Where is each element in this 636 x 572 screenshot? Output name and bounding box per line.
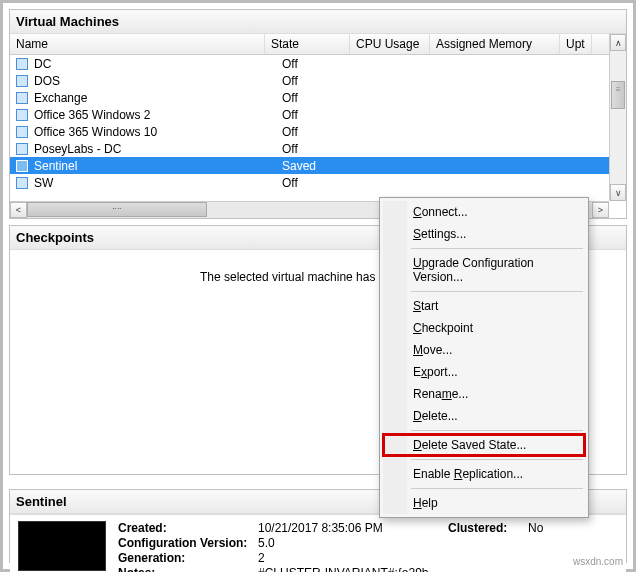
vm-properties: Created: 10/21/2017 8:35:06 PM Clustered… bbox=[118, 521, 543, 572]
vm-icon bbox=[16, 92, 28, 104]
ctx-item[interactable]: Delete... bbox=[383, 405, 585, 427]
vm-name-cell: PoseyLabs - DC bbox=[34, 142, 282, 156]
vm-thumbnail bbox=[18, 521, 106, 571]
ctx-item[interactable]: Move... bbox=[383, 339, 585, 361]
config-value: 5.0 bbox=[258, 536, 448, 550]
scroll-right-button[interactable]: > bbox=[592, 202, 609, 218]
vertical-scrollbar[interactable]: ∧ ≡ ∨ bbox=[609, 34, 626, 201]
vscroll-thumb[interactable]: ≡ bbox=[611, 81, 625, 109]
ctx-item[interactable]: Upgrade Configuration Version... bbox=[383, 252, 585, 288]
vm-state-cell: Off bbox=[282, 108, 367, 122]
vm-name-cell: Sentinel bbox=[34, 159, 282, 173]
gen-value: 2 bbox=[258, 551, 448, 565]
vm-row[interactable]: PoseyLabs - DCOff bbox=[10, 140, 626, 157]
vm-grid: Name State CPU Usage Assigned Memory Upt… bbox=[10, 34, 626, 218]
clustered-value: No bbox=[528, 521, 543, 535]
ctx-separator bbox=[411, 488, 583, 489]
vm-row[interactable]: DCOff bbox=[10, 55, 626, 72]
vm-row[interactable]: Office 365 Windows 10Off bbox=[10, 123, 626, 140]
hscroll-thumb[interactable]: ᠁ bbox=[27, 202, 207, 217]
vm-row[interactable]: SentinelSaved bbox=[10, 157, 626, 174]
gen-label: Generation: bbox=[118, 551, 258, 565]
col-mem[interactable]: Assigned Memory bbox=[430, 34, 560, 54]
vm-icon bbox=[16, 143, 28, 155]
scroll-left-button[interactable]: < bbox=[10, 202, 27, 218]
vm-row[interactable]: ExchangeOff bbox=[10, 89, 626, 106]
scroll-down-button[interactable]: ∨ bbox=[610, 184, 626, 201]
ctx-item[interactable]: Rename... bbox=[383, 383, 585, 405]
clustered-label: Clustered: bbox=[448, 521, 528, 535]
vm-name-cell: SW bbox=[34, 176, 282, 190]
vm-icon bbox=[16, 58, 28, 70]
vm-row[interactable]: DOSOff bbox=[10, 72, 626, 89]
vm-rows: DCOffDOSOffExchangeOffOffice 365 Windows… bbox=[10, 55, 626, 191]
created-label: Created: bbox=[118, 521, 258, 535]
checkpoints-empty-msg: The selected virtual machine has bbox=[200, 270, 375, 284]
ctx-item[interactable]: Export... bbox=[383, 361, 585, 383]
notes-label: Notes: bbox=[118, 566, 258, 572]
col-upt[interactable]: Upt bbox=[560, 34, 592, 54]
ctx-item[interactable]: Enable Replication... bbox=[383, 463, 585, 485]
vm-icon bbox=[16, 160, 28, 172]
ctx-item[interactable]: Settings... bbox=[383, 223, 585, 245]
config-label: Configuration Version: bbox=[118, 536, 258, 550]
vm-name-cell: Office 365 Windows 2 bbox=[34, 108, 282, 122]
vm-state-cell: Off bbox=[282, 91, 367, 105]
ctx-separator bbox=[411, 430, 583, 431]
virtual-machines-pane: Virtual Machines Name State CPU Usage As… bbox=[9, 9, 627, 219]
vm-icon bbox=[16, 177, 28, 189]
vm-icon bbox=[16, 75, 28, 87]
col-name[interactable]: Name bbox=[10, 34, 265, 54]
vm-state-cell: Off bbox=[282, 57, 367, 71]
ctx-separator bbox=[411, 459, 583, 460]
scroll-up-button[interactable]: ∧ bbox=[610, 34, 626, 51]
notes-value: #CLUSTER-INVARIANT#:{e29b bbox=[258, 566, 448, 572]
vm-state-cell: Off bbox=[282, 142, 367, 156]
vm-row[interactable]: SWOff bbox=[10, 174, 626, 191]
column-headers[interactable]: Name State CPU Usage Assigned Memory Upt bbox=[10, 34, 626, 55]
ctx-separator bbox=[411, 248, 583, 249]
vm-name-cell: Office 365 Windows 10 bbox=[34, 125, 282, 139]
vm-name-cell: Exchange bbox=[34, 91, 282, 105]
vm-name-cell: DOS bbox=[34, 74, 282, 88]
vm-name-cell: DC bbox=[34, 57, 282, 71]
vm-icon bbox=[16, 109, 28, 121]
ctx-item[interactable]: Checkpoint bbox=[383, 317, 585, 339]
vm-row[interactable]: Office 365 Windows 2Off bbox=[10, 106, 626, 123]
ctx-item[interactable]: Connect... bbox=[383, 201, 585, 223]
col-cpu[interactable]: CPU Usage bbox=[350, 34, 430, 54]
vm-state-cell: Off bbox=[282, 176, 367, 190]
ctx-item[interactable]: Start bbox=[383, 295, 585, 317]
watermark-url: wsxdn.com bbox=[573, 556, 623, 567]
vm-state-cell: Saved bbox=[282, 159, 367, 173]
vm-icon bbox=[16, 126, 28, 138]
vm-context-menu[interactable]: Connect...Settings...Upgrade Configurati… bbox=[379, 197, 589, 518]
vm-state-cell: Off bbox=[282, 74, 367, 88]
created-value: 10/21/2017 8:35:06 PM bbox=[258, 521, 448, 535]
vm-state-cell: Off bbox=[282, 125, 367, 139]
ctx-item[interactable]: Help bbox=[383, 492, 585, 514]
col-state[interactable]: State bbox=[265, 34, 350, 54]
ctx-separator bbox=[411, 291, 583, 292]
vm-pane-title: Virtual Machines bbox=[10, 10, 626, 34]
ctx-item[interactable]: Delete Saved State... bbox=[383, 434, 585, 456]
